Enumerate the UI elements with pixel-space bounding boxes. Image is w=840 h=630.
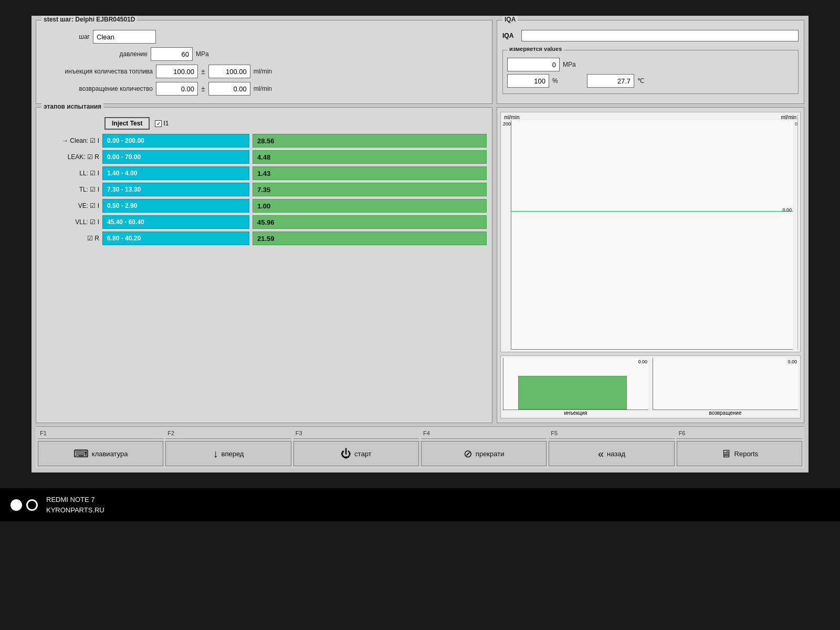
fn-key-label-f6: F6 (679, 430, 686, 436)
fn-group-f2: F2↓вперед (165, 430, 291, 466)
measured-section: измеряется values MPa % ℃ (502, 50, 799, 94)
circle-filled (10, 499, 22, 511)
percent-input[interactable] (507, 74, 549, 88)
shag-label: шаг (43, 33, 90, 40)
return-label-chart: возвращение (653, 410, 798, 416)
right-y-label: ml/min (781, 114, 796, 120)
stage-row: LL: ☑ I1.40 - 4.001.43 (41, 166, 487, 180)
step-panel-title: stest шаг: Delphi EJBR04501D (41, 16, 137, 23)
forward-button-icon: ↓ (213, 448, 218, 459)
stop-button-icon: ⊘ (464, 448, 472, 459)
stage-range-bar: 0.00 - 200.00 (102, 134, 249, 148)
forward-button-label: вперед (222, 450, 244, 458)
stage-value-bar: 4.48 (253, 150, 487, 164)
inject-bar-value: 0.00 (638, 359, 647, 364)
stage-range-bar: 6.80 - 40.20 (102, 232, 249, 245)
phone-info: REDMI NOTE 7 KYRONPARTS.RU (46, 495, 104, 515)
stage-name: VE: ☑ I (41, 202, 99, 209)
iqa-label: IQA (502, 32, 518, 39)
phone-website: KYRONPARTS.RU (46, 505, 104, 516)
fn-separator-3 (421, 438, 547, 439)
stage-value-bar: 1.43 (253, 166, 487, 180)
iqa-panel: IQA IQA измеряется values MPa % ℃ (497, 20, 804, 104)
shag-input[interactable] (93, 30, 156, 44)
stage-name: VLL: ☑ I (41, 218, 99, 226)
inject-value1-input[interactable] (156, 65, 198, 78)
stage-range-bar: 0.50 - 2.90 (102, 199, 249, 213)
stage-range-bar: 45.40 - 60.40 (102, 215, 249, 229)
keyboard-button-label: клавиатура (92, 450, 128, 458)
stage-name: LL: ☑ I (41, 170, 99, 177)
stage-value-bar: 21.59 (253, 232, 487, 245)
stage-value-bar: 7.35 (253, 183, 487, 196)
stage-value-bar: 1.00 (253, 199, 487, 213)
fn-group-f3: F3⏻старт (293, 430, 419, 466)
measured-title: измеряется values (507, 46, 564, 52)
reports-button[interactable]: 🖥Reports (677, 441, 802, 466)
inject-unit: ml/min (254, 68, 280, 75)
phone-info-bar: REDMI NOTE 7 KYRONPARTS.RU (0, 488, 840, 521)
stage-row: LEAK: ☑ R0.00 - 70.004.48 (41, 150, 487, 164)
stage-name: TL: ☑ I (41, 186, 99, 193)
i1-checkbox-label[interactable]: ✓ I1 (155, 120, 169, 127)
fn-group-f1: F1⌨клавиатура (38, 430, 163, 466)
right-scale-0: 0 (795, 121, 797, 127)
stop-button-label: прекрати (476, 450, 505, 458)
stop-button[interactable]: ⊘прекрати (421, 441, 547, 466)
i1-checkbox[interactable]: ✓ (155, 120, 162, 127)
fn-group-f6: F6🖥Reports (677, 430, 802, 466)
forward-button[interactable]: ↓вперед (165, 441, 291, 466)
stage-range-bar: 0.00 - 70.00 (102, 150, 249, 164)
circle-outline (26, 499, 38, 511)
return-value1-input[interactable] (156, 82, 198, 96)
step-panel: stest шаг: Delphi EJBR04501D шаг давлени… (36, 20, 492, 104)
fn-key-label-f5: F5 (551, 430, 558, 436)
stage-rows-container: → Clean: ☑ I0.00 - 200.0028.56LEAK: ☑ R0… (41, 134, 487, 245)
stage-row: VLL: ☑ I45.40 - 60.4045.96 (41, 215, 487, 229)
scale-200: 200 (503, 121, 511, 127)
inject-label: инъекция количества топлива (43, 68, 153, 75)
pressure-input[interactable] (507, 58, 560, 71)
stage-name: → Clean: ☑ I (41, 137, 99, 144)
stage-value-bar: 28.56 (253, 134, 487, 148)
reports-button-icon: 🖥 (721, 448, 731, 459)
inject-pm: ± (201, 67, 205, 76)
keyboard-button[interactable]: ⌨клавиатура (38, 441, 163, 466)
phone-circles (10, 499, 38, 511)
inject-label-chart: инъекция (503, 410, 648, 416)
keyboard-button-icon: ⌨ (74, 448, 89, 459)
fn-separator-5 (677, 438, 802, 439)
stage-name: ☑ R (41, 235, 99, 242)
phone-model: REDMI NOTE 7 (46, 495, 104, 505)
return-pm: ± (201, 85, 205, 93)
function-keys-bar: F1⌨клавиатураF2↓впередF3⏻стартF4⊘прекрат… (36, 426, 804, 468)
start-button[interactable]: ⏻старт (293, 441, 419, 466)
return-label: возвращение количество (43, 85, 153, 92)
stages-panel: этапов испытания Inject Test ✓ I1 → Clea… (36, 107, 492, 423)
stages-panel-title: этапов испытания (41, 103, 103, 110)
fn-separator-4 (549, 438, 674, 439)
temp-input[interactable] (587, 74, 634, 88)
davlenie-input[interactable] (151, 47, 193, 61)
return-unit: ml/min (254, 85, 280, 92)
fn-key-label-f1: F1 (40, 430, 47, 436)
fn-separator-0 (38, 438, 163, 439)
stage-range-bar: 7.30 - 13.30 (102, 183, 249, 196)
pressure-unit: MPa (563, 61, 589, 68)
back-button[interactable]: «назад (549, 441, 674, 466)
stage-row: TL: ☑ I7.30 - 13.307.35 (41, 183, 487, 196)
fn-group-f4: F4⊘прекрати (421, 430, 547, 466)
stage-range-bar: 1.40 - 4.00 (102, 166, 249, 180)
back-button-icon: « (598, 448, 604, 459)
inject-test-button[interactable]: Inject Test (104, 117, 150, 130)
i1-label: I1 (163, 120, 169, 127)
fn-key-label-f4: F4 (423, 430, 430, 436)
stage-row: ☑ R6.80 - 40.2021.59 (41, 232, 487, 245)
percent-unit: % (552, 77, 579, 85)
return-bar-value: 0.00 (788, 359, 797, 364)
return-value2-input[interactable] (208, 82, 250, 96)
charts-panel: ml/min ml/min 200 0.00 0 (497, 107, 804, 423)
back-button-label: назад (607, 450, 625, 458)
stage-name: LEAK: ☑ R (41, 153, 99, 161)
inject-value2-input[interactable] (208, 65, 250, 78)
